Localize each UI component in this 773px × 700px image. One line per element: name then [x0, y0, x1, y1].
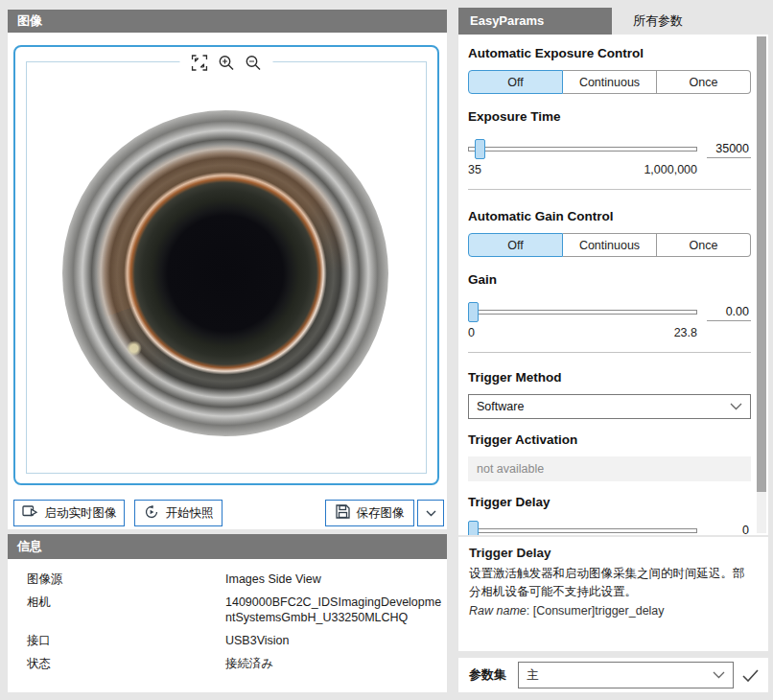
info-label: 相机: [27, 595, 225, 626]
gain-value-field[interactable]: 0.00: [707, 304, 751, 321]
exposure-min-label: 35: [468, 163, 481, 176]
trigger-delay-value-field[interactable]: 0: [707, 523, 751, 536]
chevron-down-icon: [730, 400, 742, 413]
info-value: 1409000BFC2C_IDSImagingDevelopmentSystem…: [225, 595, 448, 626]
start-snapshot-label: 开始快照: [166, 505, 214, 522]
save-image-label: 保存图像: [357, 505, 405, 522]
chevron-down-icon: [713, 668, 725, 682]
zoom-out-icon[interactable]: [246, 55, 262, 71]
parameter-tabs: EasyParams 所有参数: [458, 8, 696, 35]
aec-option-continuous[interactable]: Continuous: [563, 70, 657, 94]
info-panel-header: 信息: [8, 534, 447, 559]
info-label: 图像源: [27, 572, 225, 588]
parameter-set-row: 参数集 主: [458, 658, 768, 692]
info-row-camera: 相机 1409000BFC2C_IDSImagingDevelopmentSys…: [27, 595, 437, 626]
start-live-image-label: 启动实时图像: [45, 505, 117, 522]
trigger-delay-slider[interactable]: [468, 521, 697, 535]
live-image-icon: [22, 504, 38, 522]
image-toolbar: [180, 54, 273, 71]
trigger-activation-title: Trigger Activation: [468, 432, 751, 447]
section-divider: [468, 189, 751, 190]
snapshot-icon: [144, 504, 159, 523]
agc-segmented-control: Off Continuous Once: [468, 233, 751, 257]
agc-option-once[interactable]: Once: [657, 233, 751, 257]
description-raw-name: Raw name: [Consumer]trigger_delay: [469, 604, 755, 618]
exposure-max-label: 1,000,000: [644, 163, 697, 176]
gain-slider[interactable]: [468, 302, 697, 322]
tab-all-parameters[interactable]: 所有参数: [612, 8, 696, 35]
image-panel-header: 图像: [8, 10, 447, 33]
parameter-set-label: 参数集: [469, 666, 506, 684]
scrollbar[interactable]: [757, 36, 766, 533]
save-icon: [336, 504, 350, 522]
section-divider: [468, 352, 751, 353]
info-row-interface: 接口 USB3Vision: [27, 633, 437, 649]
apply-checkmark-button[interactable]: [742, 669, 759, 682]
image-button-bar: 启动实时图像 开始快照 保存图像: [13, 500, 444, 526]
gain-title: Gain: [468, 272, 751, 287]
info-value: USB3Vision: [225, 633, 437, 649]
save-image-button[interactable]: 保存图像: [325, 500, 414, 526]
slider-thumb[interactable]: [468, 302, 479, 322]
trigger-activation-value: not available: [477, 462, 544, 476]
description-text: 设置激活触发器和启动图像采集之间的时间延迟。部分相机设备可能不支持此设置。: [469, 565, 755, 602]
slider-thumb[interactable]: [475, 139, 485, 159]
zoom-in-icon[interactable]: [219, 55, 235, 71]
parameter-set-dropdown[interactable]: 主: [518, 662, 734, 688]
image-viewport: [13, 45, 439, 485]
agc-title: Automatic Gain Control: [468, 209, 751, 223]
parameter-description-panel: Trigger Delay 设置激活触发器和启动图像采集之间的时间延迟。部分相机…: [458, 537, 768, 651]
trigger-method-dropdown[interactable]: Software: [468, 394, 751, 419]
save-image-more-button[interactable]: [417, 500, 444, 526]
info-label: 接口: [27, 633, 225, 649]
info-row-image-source: 图像源 Images Side View: [27, 572, 437, 588]
trigger-activation-field: not available: [468, 456, 751, 481]
slider-track[interactable]: [468, 310, 697, 315]
aec-option-once[interactable]: Once: [657, 70, 751, 94]
image-panel: 启动实时图像 开始快照 保存图像: [8, 33, 447, 529]
exposure-time-range: 35 1,000,000: [468, 163, 697, 176]
trigger-delay-title: Trigger Delay: [468, 495, 751, 509]
start-live-image-button[interactable]: 启动实时图像: [13, 500, 125, 526]
start-snapshot-button[interactable]: 开始快照: [134, 500, 223, 526]
aec-segmented-control: Off Continuous Once: [468, 70, 751, 94]
info-label: 状态: [27, 656, 225, 672]
info-value: Images Side View: [225, 572, 437, 588]
exposure-time-title: Exposure Time: [468, 109, 751, 124]
exposure-time-value-field[interactable]: 35000: [707, 141, 751, 158]
fit-to-window-icon[interactable]: [192, 55, 208, 71]
gain-max-label: 23.8: [674, 326, 697, 339]
info-value: 接続済み: [225, 656, 437, 672]
info-panel: 图像源 Images Side View 相机 1409000BFC2C_IDS…: [8, 559, 447, 692]
aec-option-off[interactable]: Off: [468, 70, 563, 94]
exposure-time-slider-row: 35000: [468, 139, 751, 159]
trigger-method-value: Software: [477, 400, 730, 413]
trigger-method-title: Trigger Method: [468, 370, 751, 385]
camera-image-highlight: [62, 110, 388, 436]
agc-option-continuous[interactable]: Continuous: [563, 233, 657, 257]
chevron-down-icon: [426, 506, 436, 520]
info-row-status: 状态 接続済み: [27, 656, 437, 672]
easyparams-scroll-area: Automatic Exposure Control Off Continuou…: [458, 35, 768, 535]
exposure-time-slider[interactable]: [468, 139, 697, 159]
gain-range: 0 23.8: [468, 326, 697, 339]
parameter-set-value: 主: [527, 667, 713, 684]
gain-min-label: 0: [468, 326, 475, 339]
description-title: Trigger Delay: [469, 546, 755, 560]
scrollbar-thumb[interactable]: [757, 36, 766, 492]
raw-name-value: : [Consumer]trigger_delay: [527, 604, 665, 618]
tab-easyparams[interactable]: EasyParams: [458, 8, 612, 35]
slider-thumb[interactable]: [468, 521, 479, 535]
raw-name-label: Raw name: [469, 604, 527, 618]
aec-title: Automatic Exposure Control: [468, 46, 751, 60]
agc-option-off[interactable]: Off: [468, 233, 563, 257]
slider-track[interactable]: [468, 147, 697, 152]
gain-slider-row: 0.00: [468, 302, 751, 322]
trigger-delay-slider-row: 0: [468, 521, 751, 535]
slider-track[interactable]: [468, 528, 697, 533]
